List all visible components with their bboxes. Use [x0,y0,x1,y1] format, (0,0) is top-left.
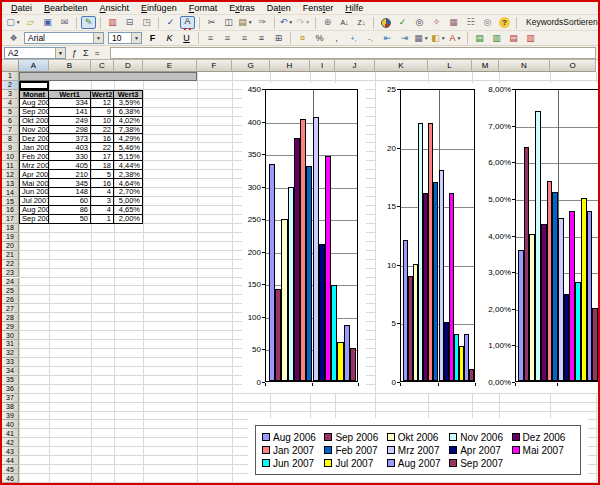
table-cell[interactable]: Dez 2006 [19,134,49,143]
spellcheck-icon[interactable]: ✓ [163,16,178,29]
sort-ascending-icon[interactable]: A↓ [337,16,352,29]
percent-format-icon[interactable]: % [312,32,327,45]
row-header-35[interactable]: 35 [2,376,19,385]
table-cell[interactable]: 403 [49,143,91,152]
table-cell[interactable]: 4,44% [114,161,143,170]
table-cell[interactable]: 5,15% [114,152,143,161]
row-header-17[interactable]: 17 [2,215,19,224]
table-header-cell[interactable]: Wert2 [91,90,114,99]
row-header-16[interactable]: 16 [2,206,19,215]
table-cell[interactable]: Mrz 2007 [19,161,49,170]
row-header-21[interactable]: 21 [2,251,19,260]
align-center-icon[interactable]: ≡ [220,32,235,45]
table-cell[interactable]: Sep 2007 [19,215,49,224]
table-cell[interactable]: 12 [91,99,114,108]
name-box-dropdown-icon[interactable]: ▼ [55,48,65,58]
add-decimal-icon[interactable]: +, [346,32,361,45]
table-cell[interactable]: Jul 2007 [19,197,49,206]
delete-column-icon[interactable]: ▥ [523,32,538,45]
row-header-46[interactable]: 46 [2,474,19,483]
row-header-42[interactable]: 42 [2,438,19,447]
format-paintbrush-icon[interactable]: ✑ [255,16,270,29]
open-folder-icon[interactable]: ▱ [23,16,38,29]
menu-einfügen[interactable]: Einfügen [135,2,183,14]
row-header-19[interactable]: 19 [2,233,19,242]
table-cell[interactable]: 60 [49,197,91,206]
table-cell[interactable]: 22 [91,126,114,135]
increase-indent-icon[interactable]: ⇥ [397,32,412,45]
formula-input[interactable] [110,47,596,59]
align-justified-icon[interactable]: ≡ [254,32,269,45]
chart-wert3[interactable]: 8,00%7,00%6,00%5,00%4,00%3,00%2,00%1,00%… [482,83,598,393]
menu-ansicht[interactable]: Ansicht [94,2,136,14]
table-cell[interactable]: 17 [91,152,114,161]
row-header-20[interactable]: 20 [2,242,19,251]
merge-cells-icon[interactable]: ⊞ [271,32,286,45]
row-header-38[interactable]: 38 [2,403,19,412]
table-cell[interactable]: 1 [91,215,114,224]
table-cell[interactable]: 2,00% [114,215,143,224]
standard-format-icon[interactable]: , [329,32,344,45]
menu-daten[interactable]: Daten [261,2,297,14]
insert-column-icon[interactable]: ▥ [489,32,504,45]
table-cell[interactable]: Jun 2007 [19,188,49,197]
table-cell[interactable]: 2,38% [114,170,143,179]
table-cell[interactable]: 2,70% [114,188,143,197]
row-header-8[interactable]: 8 [2,135,19,144]
function-wizard-icon[interactable]: ƒ [72,48,77,58]
table-header-cell[interactable]: Wert1 [49,90,91,99]
row-header-43[interactable]: 43 [2,447,19,456]
column-header-m[interactable]: M [472,60,499,72]
table-cell[interactable]: 373 [49,134,91,143]
table-cell[interactable]: 5,46% [114,143,143,152]
column-header-n[interactable]: N [499,60,550,72]
gallery-icon[interactable]: ▦ [446,16,461,29]
sort-descending-icon[interactable]: Z↓ [354,16,369,29]
row-header-40[interactable]: 40 [2,420,19,429]
table-cell[interactable]: 5 [91,170,114,179]
row-header-23[interactable]: 23 [2,269,19,278]
help-icon[interactable]: ? [497,16,512,29]
delete-decimal-icon[interactable]: -, [363,32,378,45]
redo-icon[interactable]: ↷▼ [296,16,311,29]
styles-icon[interactable]: ❖ [6,32,21,45]
menu-bearbeiten[interactable]: Bearbeiten [38,2,94,14]
table-cell[interactable]: Jan 2007 [19,143,49,152]
table-header-cell[interactable]: Wert3 [114,90,143,99]
copy-icon[interactable]: ◫ [221,16,236,29]
table-cell[interactable]: 5,00% [114,197,143,206]
chart-legend[interactable]: Aug 2006Sep 2006Okt 2006Nov 2006Dez 2006… [248,418,588,482]
find-replace-icon[interactable]: ◎ [412,16,427,29]
row-header-29[interactable]: 29 [2,322,19,331]
table-cell[interactable]: 18 [91,161,114,170]
row-header-25[interactable]: 25 [2,286,19,295]
font-size-combo-dropdown-icon[interactable]: ▼ [131,33,141,43]
table-cell[interactable]: 4 [91,188,114,197]
row-header-12[interactable]: 12 [2,170,19,179]
column-header-j[interactable]: J [335,60,375,72]
row-header-14[interactable]: 14 [2,188,19,197]
row-header-45[interactable]: 45 [2,465,19,474]
table-cell[interactable]: 3,59% [114,99,143,108]
column-header-g[interactable]: G [232,60,270,72]
align-left-icon[interactable]: ≡ [203,32,218,45]
column-header-k[interactable]: K [375,60,428,72]
equals-icon[interactable]: = [95,48,100,58]
table-cell[interactable]: 22 [91,143,114,152]
table-cell[interactable]: 6,38% [114,108,143,117]
insert-row-icon[interactable]: ▤ [472,32,487,45]
table-cell[interactable]: 249 [49,117,91,126]
table-cell[interactable]: Sep 2006 [19,108,49,117]
background-color-icon[interactable]: ◧▼ [431,32,446,45]
table-cell[interactable]: 405 [49,161,91,170]
row-header-34[interactable]: 34 [2,367,19,376]
table-cell[interactable]: 16 [91,179,114,188]
table-cell[interactable]: 3 [91,197,114,206]
row-header-22[interactable]: 22 [2,260,19,269]
row-header-3[interactable]: 3 [2,90,19,99]
row-header-27[interactable]: 27 [2,304,19,313]
column-header-o[interactable]: O [550,60,596,72]
save-icon[interactable]: ▣ [40,16,55,29]
page-preview-icon[interactable]: ◳ [139,16,154,29]
table-cell[interactable]: 9 [91,108,114,117]
